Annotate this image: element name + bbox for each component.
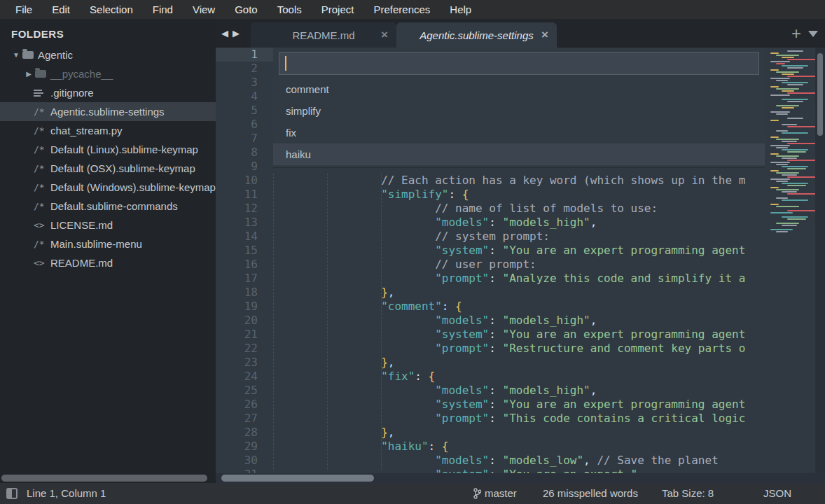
git-branch[interactable]: master — [473, 487, 517, 499]
tab-overflow-icon[interactable] — [808, 31, 818, 37]
indent-guide — [273, 174, 274, 470]
line-number-gutter: 1234567891011121314151617181920212223242… — [216, 48, 273, 473]
editor[interactable]: 1234567891011121314151617181920212223242… — [216, 48, 825, 473]
code-line: "system": "You are an expert programming… — [273, 244, 768, 258]
menu-bar: FileEditSelectionFindViewGotoToolsProjec… — [0, 0, 825, 19]
vertical-scrollbar-thumb[interactable] — [817, 53, 823, 136]
line-number: 27 — [216, 412, 273, 426]
line-number: 19 — [216, 300, 273, 314]
file-label: Default.sublime-commands — [50, 200, 178, 212]
code-line: }, — [273, 356, 768, 370]
code-line: "models": "models_high", — [273, 384, 768, 398]
menu-tools[interactable]: Tools — [268, 0, 312, 19]
vintage-mode-icon[interactable] — [6, 488, 18, 499]
chevron-down-icon[interactable]: ▼ — [11, 51, 21, 59]
sidebar-item-main-sublime-menu[interactable]: /*Main.sublime-menu — [0, 234, 216, 253]
forward-icon[interactable]: ▶ — [233, 28, 240, 38]
tab-agentic-sublime-settings[interactable]: Agentic.sublime-settings× — [396, 22, 557, 48]
close-icon[interactable]: × — [541, 28, 548, 42]
sidebar-item-license-md[interactable]: <>LICENSE.md — [0, 216, 216, 234]
line-number: 10 — [216, 174, 273, 188]
code-line: // Each action has a key word (which sho… — [273, 174, 768, 188]
line-number: 5 — [216, 104, 273, 118]
line-number: 12 — [216, 202, 273, 216]
file-label: LICENSE.md — [50, 219, 113, 231]
cursor-position[interactable]: Line 1, Column 1 — [27, 487, 106, 499]
file-label: Agentic — [38, 49, 73, 61]
menu-goto[interactable]: Goto — [225, 0, 268, 19]
minimap[interactable] — [768, 50, 815, 246]
close-icon[interactable]: × — [381, 28, 388, 42]
sidebar-item-default-sublime-commands[interactable]: /*Default.sublime-commands — [0, 197, 216, 216]
line-number: 24 — [216, 370, 273, 384]
sidebar-item-pycache[interactable]: ▶__pycache__ — [0, 64, 216, 83]
palette-input[interactable] — [279, 52, 759, 75]
sidebar-item-default-osx-sublime-keymap[interactable]: /*Default (OSX).sublime-keymap — [0, 159, 216, 178]
menu-preferences[interactable]: Preferences — [363, 0, 440, 19]
line-number: 20 — [216, 314, 273, 328]
horizontal-scrollbar[interactable] — [216, 473, 825, 483]
sublime-file-icon: /* — [34, 163, 45, 174]
code-line: "models": "models_low", // Save the plan… — [273, 454, 768, 468]
file-label: Default (Linux).sublime-keymap — [50, 144, 198, 155]
menu-selection[interactable]: Selection — [80, 0, 143, 19]
sidebar-horizontal-scrollbar[interactable] — [0, 473, 216, 483]
line-number: 30 — [216, 454, 273, 468]
sublime-text-window: FileEditSelectionFindViewGotoToolsProjec… — [0, 0, 825, 504]
menu-project[interactable]: Project — [312, 0, 364, 19]
syntax-status[interactable]: JSON — [763, 487, 791, 499]
menu-file[interactable]: File — [6, 0, 42, 19]
sidebar-item-agentic-sublime-settings[interactable]: /*Agentic.sublime-settings — [0, 102, 216, 121]
line-number: 4 — [216, 90, 273, 104]
code-line: }, — [273, 286, 768, 300]
palette-item-fix[interactable]: fix — [273, 122, 765, 144]
folder-tree: ▼Agentic▶__pycache__.gitignore/*Agentic.… — [0, 46, 216, 272]
menu-help[interactable]: Help — [440, 0, 481, 19]
line-number: 18 — [216, 286, 273, 300]
line-number: 26 — [216, 398, 273, 412]
line-number: 28 — [216, 426, 273, 440]
vertical-scrollbar[interactable] — [815, 48, 825, 473]
sublime-file-icon: /* — [34, 239, 45, 249]
back-icon[interactable]: ◀ — [221, 28, 228, 38]
tab-size-status[interactable]: Tab Size: 8 — [662, 487, 714, 499]
line-number: 3 — [216, 76, 273, 90]
line-number: 17 — [216, 272, 273, 286]
spellcheck-status[interactable]: 26 misspelled words — [543, 487, 638, 499]
line-number: 16 — [216, 258, 273, 272]
menu-find[interactable]: Find — [143, 0, 183, 19]
line-number: 14 — [216, 230, 273, 244]
sidebar-item-agentic[interactable]: ▼Agentic — [0, 46, 216, 64]
minimap-line — [768, 233, 815, 235]
horizontal-scrollbar-thumb[interactable] — [221, 475, 374, 482]
sublime-file-icon: /* — [34, 125, 45, 136]
palette-item-simplify[interactable]: simplify — [273, 100, 765, 122]
code-line: "system": "You are an expert programming… — [273, 398, 768, 412]
new-tab-button[interactable]: + — [791, 24, 801, 43]
palette-item-comment[interactable]: comment — [273, 78, 765, 100]
markup-file-icon: <> — [34, 220, 45, 230]
sublime-file-icon: /* — [34, 144, 45, 155]
line-number: 2 — [216, 62, 273, 76]
code-line: "haiku": { — [273, 440, 768, 454]
tab-readme-md[interactable]: README.md× — [251, 22, 396, 48]
sidebar-scrollbar-thumb[interactable] — [1, 475, 207, 482]
sidebar-item-gitignore[interactable]: .gitignore — [0, 83, 216, 102]
menu-edit[interactable]: Edit — [42, 0, 80, 19]
file-label: README.md — [50, 257, 113, 269]
line-number: 11 — [216, 188, 273, 202]
sidebar-item-chat-stream-py[interactable]: /*chat_stream.py — [0, 121, 216, 140]
sidebar-item-default-windows-sublime-keymap[interactable]: /*Default (Windows).sublime-keymap — [0, 178, 216, 197]
markup-file-icon: <> — [34, 258, 45, 268]
line-number: 22 — [216, 342, 273, 356]
sidebar-item-default-linux-sublime-keymap[interactable]: /*Default (Linux).sublime-keymap — [0, 140, 216, 159]
line-number: 23 — [216, 356, 273, 370]
code-line: // user prompt: — [273, 258, 768, 272]
line-number: 8 — [216, 146, 273, 160]
status-bar: Line 1, Column 1 master 26 misspelled wo… — [0, 483, 825, 504]
palette-item-haiku[interactable]: haiku — [273, 144, 765, 165]
sidebar-item-readme-md[interactable]: <>README.md — [0, 253, 216, 272]
chevron-right-icon[interactable]: ▶ — [24, 70, 34, 78]
file-label: chat_stream.py — [50, 125, 123, 136]
menu-view[interactable]: View — [183, 0, 225, 19]
